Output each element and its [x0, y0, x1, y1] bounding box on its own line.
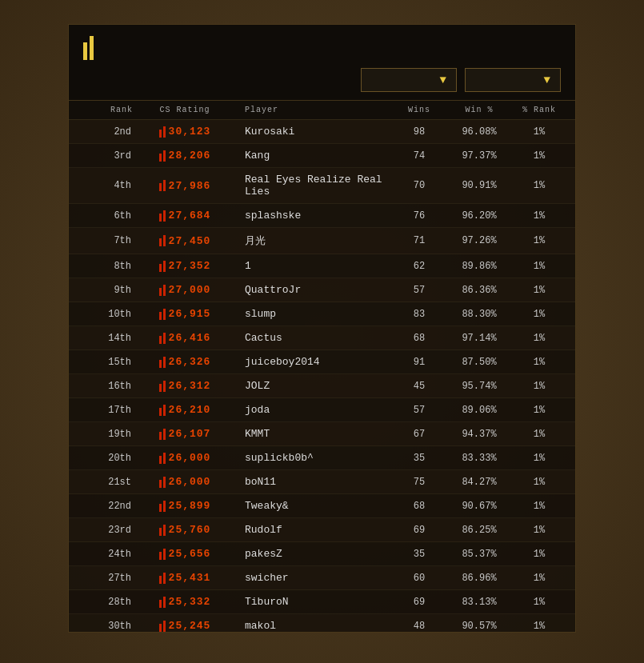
player-name-cell: TiburoN [229, 596, 391, 608]
table-row[interactable]: 17th 26,210 joda 57 89.06% 1% [69, 398, 575, 422]
win-pct-cell: 88.30% [447, 309, 511, 320]
wins-cell: 75 [391, 477, 447, 488]
rating-value: 25,431 [169, 572, 211, 584]
rating-bars-icon [159, 621, 166, 632]
player-name-cell: joda [229, 404, 391, 416]
rating-bars-icon [159, 261, 166, 272]
cs-rating-cell: 25,899 [141, 500, 229, 512]
win-pct-cell: 96.20% [447, 210, 511, 222]
win-pct-cell: 89.86% [447, 261, 511, 272]
col-rank: Rank [77, 106, 141, 114]
table-row[interactable]: 19th 26,107 KMMT 67 94.37% 1% [69, 422, 575, 446]
rating-value: 25,656 [169, 548, 211, 560]
rating-value: 25,332 [169, 596, 211, 608]
player-name-cell: Kang [229, 150, 391, 162]
table-row[interactable]: 9th 27,000 QuattroJr 57 86.36% 1% [69, 278, 575, 302]
player-name-cell: juiceboy2014 [229, 356, 391, 368]
wins-cell: 67 [391, 429, 447, 440]
rating-bars-icon [159, 429, 166, 440]
table-row[interactable]: 14th 26,416 Cactus 68 97.14% 1% [69, 326, 575, 350]
player-name-cell: Rudolf [229, 524, 391, 536]
controls-row: ▼ ▼ [83, 68, 561, 92]
player-name-cell: splashske [229, 210, 391, 222]
rank-cell: 9th [77, 285, 141, 296]
rating-bars-icon [159, 549, 166, 560]
rank-pct-cell: 1% [511, 126, 567, 138]
player-name-cell: Real Eyes Realize Real Lies [229, 174, 391, 198]
win-pct-cell: 97.37% [447, 150, 511, 162]
rating-bars-icon [159, 235, 166, 246]
table-row[interactable]: 7th 27,450 月光 71 97.26% 1% [69, 228, 575, 254]
rank-cell: 6th [77, 210, 141, 222]
wins-cell: 57 [391, 285, 447, 296]
table-row[interactable]: 27th 25,431 swicher 60 86.96% 1% [69, 566, 575, 590]
cs-rating-cell: 27,986 [141, 180, 229, 192]
rating-value: 26,000 [169, 452, 211, 464]
table-row[interactable]: 24th 25,656 pakesZ 35 85.37% 1% [69, 542, 575, 566]
col-cs-rating: CS Rating [141, 106, 229, 114]
player-name-cell: Kurosaki [229, 126, 391, 138]
rating-bars-icon [159, 285, 166, 296]
win-pct-cell: 96.08% [447, 126, 511, 138]
rank-pct-cell: 1% [511, 235, 567, 246]
rank-pct-cell: 1% [511, 405, 567, 416]
rank-pct-cell: 1% [511, 150, 567, 162]
table-row[interactable]: 6th 27,684 splashske 76 96.20% 1% [69, 204, 575, 228]
table-row[interactable]: 20th 26,000 suplickb0b^ 35 83.33% 1% [69, 446, 575, 470]
win-pct-cell: 94.37% [447, 429, 511, 440]
table-row[interactable]: 30th 25,245 makol 48 90.57% 1% [69, 614, 575, 632]
leaderboard-panel: ▼ ▼ Rank CS Rating Player Wins Win % % R… [68, 24, 576, 633]
player-name-cell: Cactus [229, 332, 391, 344]
table-row[interactable]: 10th 26,915 slump 83 88.30% 1% [69, 302, 575, 326]
cs-rating-cell: 27,000 [141, 284, 229, 296]
rating-value: 27,450 [169, 235, 211, 247]
rank-cell: 28th [77, 597, 141, 608]
win-pct-cell: 95.74% [447, 381, 511, 392]
rating-bars-icon [159, 180, 166, 191]
rating-bars-icon [159, 477, 166, 488]
table-row[interactable]: 23rd 25,760 Rudolf 69 86.25% 1% [69, 518, 575, 542]
rank-cell: 22nd [77, 501, 141, 512]
table-row[interactable]: 16th 26,312 JOLZ 45 95.74% 1% [69, 374, 575, 398]
win-pct-cell: 87.50% [447, 357, 511, 368]
table-row[interactable]: 8th 27,352 1 62 89.86% 1% [69, 254, 575, 278]
rating-value: 26,107 [169, 428, 211, 440]
rating-bars-icon [159, 525, 166, 536]
rank-pct-cell: 1% [511, 477, 567, 488]
wins-cell: 35 [391, 549, 447, 560]
rank-pct-cell: 1% [511, 357, 567, 368]
table-row[interactable]: 3rd 28,206 Kang 74 97.37% 1% [69, 144, 575, 168]
rating-value: 26,915 [169, 308, 211, 320]
rank-cell: 7th [77, 235, 141, 246]
rating-value: 27,000 [169, 284, 211, 296]
cs-rating-cell: 25,332 [141, 596, 229, 608]
table-row[interactable]: 2nd 30,123 Kurosaki 98 96.08% 1% [69, 120, 575, 144]
col-win-pct: Win % [447, 106, 511, 114]
rating-value: 30,123 [169, 126, 211, 138]
table-row[interactable]: 21st 26,000 boN11 75 84.27% 1% [69, 470, 575, 494]
rank-cell: 14th [77, 333, 141, 344]
rank-cell: 8th [77, 261, 141, 272]
table-row[interactable]: 22nd 25,899 Tweaky& 68 90.67% 1% [69, 494, 575, 518]
cs-rating-cell: 26,326 [141, 356, 229, 368]
rank-cell: 24th [77, 549, 141, 560]
table-row[interactable]: 28th 25,332 TiburoN 69 83.13% 1% [69, 590, 575, 614]
player-name-cell: pakesZ [229, 548, 391, 560]
rank-pct-cell: 1% [511, 549, 567, 560]
win-pct-cell: 83.13% [447, 597, 511, 608]
table-header: Rank CS Rating Player Wins Win % % Rank [69, 101, 575, 120]
cs-rating-cell: 26,000 [141, 452, 229, 464]
cs-rating-cell: 25,760 [141, 524, 229, 536]
rating-bars-icon [159, 573, 166, 584]
leaderboard-table-body[interactable]: 2nd 30,123 Kurosaki 98 96.08% 1% 3rd 28,… [69, 120, 575, 632]
wins-cell: 98 [391, 126, 447, 138]
cs-rating-cell: 28,206 [141, 150, 229, 162]
table-row[interactable]: 4th 27,986 Real Eyes Realize Real Lies 7… [69, 168, 575, 204]
season-dropdown[interactable]: ▼ [361, 68, 457, 92]
region-dropdown[interactable]: ▼ [465, 68, 561, 92]
rank-pct-cell: 1% [511, 381, 567, 392]
player-name-cell: QuattroJr [229, 284, 391, 296]
col-wins: Wins [391, 106, 447, 114]
rating-value: 25,245 [169, 620, 211, 632]
table-row[interactable]: 15th 26,326 juiceboy2014 91 87.50% 1% [69, 350, 575, 374]
